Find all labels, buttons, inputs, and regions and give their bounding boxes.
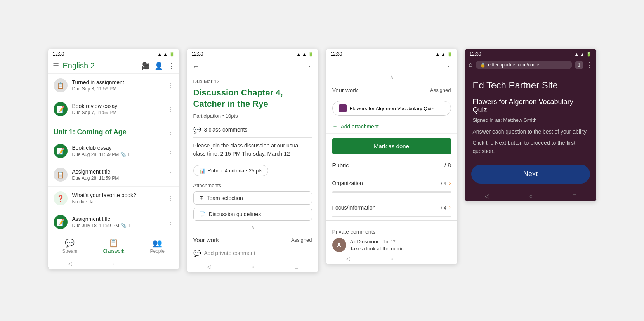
chevron-right-icon-2: › (449, 204, 451, 211)
item-more-1[interactable]: ⋮ (168, 82, 174, 89)
comment-content: Ali Dinsmoor Jun 17 Take a look at the r… (350, 238, 405, 252)
browser-bar: ⌂ 🔒 edtechpartner.com/conte 1 ⋮ (465, 58, 596, 71)
signal-icon-4: ▲ (580, 52, 585, 56)
item-icon-2: 📝 (54, 102, 68, 116)
rubric-label: Rubric: 4 criteria • 25 pts (208, 168, 263, 174)
comment-icon: 💬 (193, 250, 201, 257)
url-text: edtechpartner.com/conte (488, 62, 539, 68)
list-item[interactable]: ❓ What's your favorite book? No due date… (48, 187, 179, 210)
list-item[interactable]: 📝 Book review essay Due Sep 7, 11:59 PM … (48, 97, 179, 121)
recent-sys-btn-4[interactable]: □ (573, 193, 576, 199)
stream-label: Stream (62, 248, 77, 254)
item-more-6[interactable]: ⋮ (168, 219, 174, 226)
recent-sys-btn-3[interactable]: □ (434, 255, 437, 262)
section-title: Unit 1: Coming of Age (54, 128, 168, 136)
sys-nav-1: ◁ ○ □ (48, 257, 179, 269)
assigned-badge-2: Assigned (291, 237, 312, 243)
section-more-icon[interactable]: ⋮ (168, 128, 174, 136)
list-item[interactable]: 📋 Assignment title Due Aug 28, 11:59 PM … (48, 163, 179, 187)
sidebar-item-stream[interactable]: 💬 Stream (48, 237, 92, 255)
phone-3: 12:30 ▲ ▲ 🔋 ⋮ ∧ Your work Assigned Flowe… (326, 49, 458, 264)
back-button-2[interactable]: ← (193, 62, 200, 71)
screens-container: 12:30 ▲ ▲ 🔋 ☰ English 2 🎥 👤 ⋮ 📋 Turne (48, 49, 597, 272)
toolbar-title-1: English 2 (63, 61, 141, 70)
sys-nav-3: ◁ ○ □ (326, 252, 457, 264)
status-icons-4: ▲ ▲ 🔋 (575, 52, 592, 57)
home-sys-btn-4[interactable]: ○ (529, 193, 533, 199)
classwork-icon: 📋 (109, 238, 118, 248)
comments-count: 3 class comments (204, 127, 248, 133)
recent-sys-btn-1[interactable]: □ (156, 260, 159, 267)
more-icon-3[interactable]: ⋮ (445, 62, 452, 71)
more-icon-1[interactable]: ⋮ (168, 62, 175, 70)
rubric-item-score-1: / 4 › (441, 180, 451, 187)
rubric-divider-2 (332, 196, 451, 196)
content-area-1: 📋 Turned in assignment Due Sep 8, 11:59 … (48, 74, 179, 234)
item-more-3[interactable]: ⋮ (168, 147, 174, 155)
add-attachment-button[interactable]: ＋ Add attachment (326, 120, 457, 134)
item-more-2[interactable]: ⋮ (168, 106, 174, 113)
more-icon-2[interactable]: ⋮ (306, 62, 313, 71)
recent-sys-btn-2[interactable]: □ (295, 264, 298, 270)
back-sys-btn-1[interactable]: ◁ (68, 260, 72, 267)
attachment-team-selection[interactable]: ⊞ Team selection (193, 191, 312, 205)
add-comment-row[interactable]: 💬 Add private comment (187, 246, 318, 260)
sidebar-item-classwork[interactable]: 📋 Classwork (92, 237, 135, 255)
back-sys-btn-2[interactable]: ◁ (207, 264, 211, 270)
people-icon: 👥 (153, 238, 162, 248)
status-icons-3: ▲ ▲ 🔋 (436, 52, 453, 57)
attach-icon-1: ⊞ (199, 195, 204, 201)
phone-2: 12:30 ▲ ▲ 🔋 ← ⋮ Due Mar 12 Discussion Ch… (187, 49, 319, 272)
home-sys-btn-2[interactable]: ○ (252, 264, 255, 270)
time-3: 12:30 (331, 51, 342, 57)
item-title-1: Turned in assignment (72, 79, 168, 85)
private-comments-label: Private comments (332, 229, 451, 235)
rubric-bar-1 (332, 191, 451, 193)
toolbar-1: ☰ English 2 🎥 👤 ⋮ (48, 58, 179, 74)
browser-more-icon[interactable]: ⋮ (586, 61, 592, 69)
rubric-chip[interactable]: 📊 Rubric: 4 criteria • 25 pts (193, 165, 269, 176)
url-bar[interactable]: 🔒 edtechpartner.com/conte (476, 61, 572, 69)
sidebar-item-people[interactable]: 👥 People (135, 237, 179, 255)
next-button[interactable]: Next (471, 165, 590, 184)
section-header: Unit 1: Coming of Age ⋮ (48, 123, 179, 139)
site-title: Ed Tech Partner Site (473, 79, 588, 91)
item-content-6: Assignment title Due July 18, 11:59 PM 📎… (72, 216, 168, 228)
home-icon[interactable]: ⌂ (469, 61, 473, 68)
mark-done-button[interactable]: Mark as done (332, 138, 451, 154)
toolbar-3: ⋮ (326, 58, 457, 72)
item-more-4[interactable]: ⋮ (168, 171, 174, 179)
list-item[interactable]: 📝 Assignment title Due July 18, 11:59 PM… (48, 210, 179, 234)
rubric-item-organization[interactable]: Organization / 4 › (332, 176, 451, 191)
rubric-item-focus[interactable]: Focus/Information / 4 › (332, 200, 451, 215)
back-sys-btn-4[interactable]: ◁ (485, 193, 489, 199)
video-icon[interactable]: 🎥 (141, 62, 150, 70)
assignment-title: Discussion Chapter 4, Catcher in the Rye (187, 86, 318, 112)
item-sub-5: No due date (72, 199, 168, 205)
attachment-discussion-guidelines[interactable]: 📄 Discussion guidelines (193, 208, 312, 221)
photo-icon[interactable]: 👤 (154, 62, 163, 70)
list-item[interactable]: 📋 Turned in assignment Due Sep 8, 11:59 … (48, 74, 179, 97)
list-item[interactable]: 📝 Book club essay Due Aug 28, 11:59 PM 📎… (48, 139, 179, 163)
signal-icon-3: ▲ (441, 52, 446, 56)
rubric-item-score-2: / 4 › (441, 204, 451, 211)
status-bar-4: 12:30 ▲ ▲ 🔋 (465, 49, 596, 58)
add-attach-label: Add attachment (341, 123, 379, 130)
item-icon-5: ❓ (54, 191, 68, 205)
item-icon-1: 📋 (54, 78, 68, 92)
your-work-header-3: Your work Assigned (326, 82, 457, 97)
due-label: Due Mar 12 (187, 75, 318, 86)
attachment-pill-quiz[interactable]: Flowers for Algernon Vocabulary Quiz (332, 101, 451, 116)
item-more-5[interactable]: ⋮ (168, 195, 174, 202)
attach-label-1: Team selection (207, 195, 243, 201)
item-sub-2: Due Sep 7, 11:59 PM (72, 110, 168, 115)
home-sys-btn-1[interactable]: ○ (113, 260, 116, 267)
home-sys-btn-3[interactable]: ○ (391, 255, 394, 262)
back-sys-btn-3[interactable]: ◁ (346, 255, 350, 262)
wifi-icon-1: ▲ (158, 52, 162, 56)
time-2: 12:30 (192, 51, 203, 57)
rubric-icon: 📊 (199, 168, 205, 174)
menu-icon[interactable]: ☰ (53, 62, 59, 70)
item-sub-4: Due Aug 28, 11:59 PM (72, 175, 168, 181)
phone-4: 12:30 ▲ ▲ 🔋 ⌂ 🔒 edtechpartner.com/conte … (465, 49, 597, 201)
